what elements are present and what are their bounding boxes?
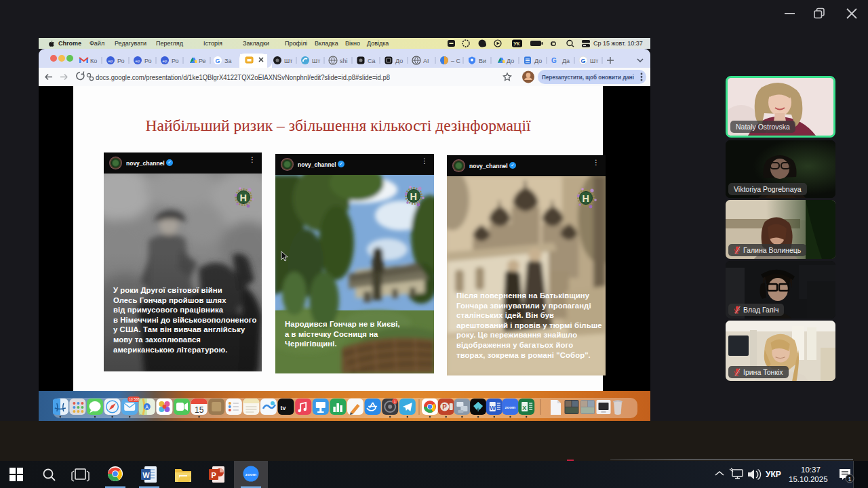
svg-text:P: P [212,471,216,479]
svg-text:Шт: Шт [590,58,598,64]
svg-text:УК: УК [513,41,520,47]
svg-text:zoom: zoom [245,472,257,476]
svg-text:Перезапустити, щоб оновити дан: Перезапустити, щоб оновити дані [542,73,634,81]
svg-text:1: 1 [394,400,396,404]
svg-text:Ро: Ро [172,58,179,64]
svg-text:Да: Да [562,58,570,64]
svg-text:H: H [240,192,247,203]
svg-text:До: До [507,58,514,64]
svg-text:A: A [145,405,149,409]
svg-text:Ро: Ро [144,58,152,64]
svg-text:zoom: zoom [505,405,516,409]
svg-text:ер: ер [108,59,113,63]
svg-text:Ви: Ви [479,58,486,64]
svg-text:shi: shi [340,58,348,64]
svg-text:ер: ер [136,59,140,63]
svg-text:10 588: 10 588 [129,397,140,401]
svg-text:G: G [216,58,220,64]
svg-text:P: P [442,403,447,411]
svg-text:Ро: Ро [117,58,125,64]
svg-text:Са: Са [368,58,376,64]
svg-text:За: За [224,58,231,64]
svg-text:Ре: Ре [199,58,206,64]
svg-text:15: 15 [195,405,204,415]
svg-text:УКР: УКР [766,470,781,479]
svg-text:docs.google.com/presentation/d: docs.google.com/presentation/d/1ke1QBlgr… [96,73,390,81]
svg-text:Шт: Шт [312,58,320,64]
svg-text:Шт: Шт [284,58,292,64]
svg-text:W: W [142,471,150,479]
svg-text:Ко: Ко [90,58,97,64]
svg-text:АІ: АІ [423,58,429,64]
svg-text:tv: tv [281,405,286,411]
svg-text:До: До [395,58,403,64]
svg-text:X: X [522,405,526,411]
svg-text:1: 1 [848,476,852,483]
svg-text:15.10.2025: 15.10.2025 [789,475,828,483]
svg-text:10:37: 10:37 [801,466,821,474]
svg-text:G: G [551,57,557,64]
svg-text:G: G [581,58,586,64]
svg-text:До: До [534,58,542,64]
svg-text:– С: – С [451,58,461,64]
svg-text:W: W [490,405,496,411]
svg-text:ер: ер [163,59,167,63]
